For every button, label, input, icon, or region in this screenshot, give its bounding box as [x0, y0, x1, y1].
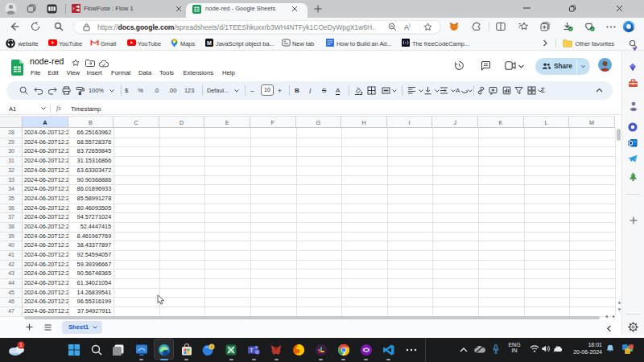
svg-text:M: M [207, 40, 212, 46]
svg-text:T: T [250, 348, 254, 353]
svg-text:1: 1 [19, 342, 23, 348]
